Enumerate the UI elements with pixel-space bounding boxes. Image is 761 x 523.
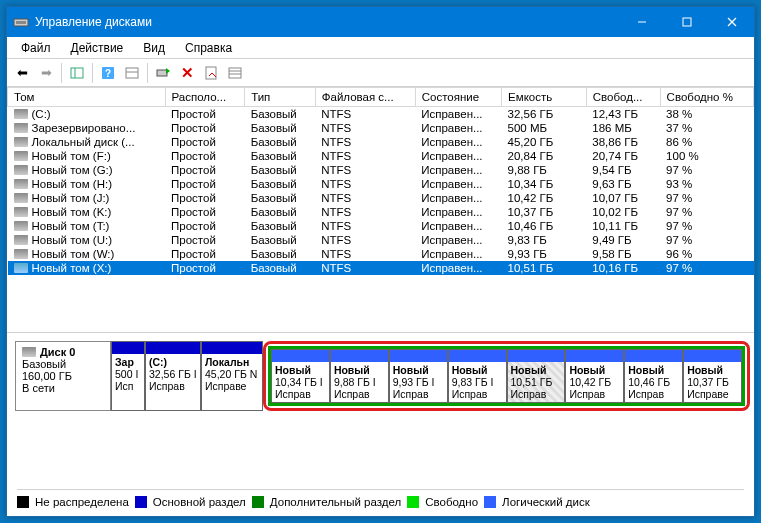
volume-row[interactable]: Новый том (T:)ПростойБазовыйNTFSИсправен… [8, 219, 754, 233]
swatch-extended [252, 496, 264, 508]
volume-icon [14, 207, 28, 217]
volume-icon [14, 165, 28, 175]
svg-rect-12 [157, 70, 167, 76]
volume-icon [14, 249, 28, 259]
volume-icon [14, 109, 28, 119]
partition-primary[interactable]: Локальн45,20 ГБ NИсправе [201, 341, 263, 411]
back-button[interactable]: ⬅ [11, 62, 33, 84]
disk-info[interactable]: Диск 0 Базовый 160,00 ГБ В сети [15, 341, 111, 411]
separator [92, 63, 93, 83]
minimize-button[interactable] [619, 7, 664, 37]
extended-partition: Новый10,34 ГБ IИсправНовый9,88 ГБ IИспра… [268, 346, 745, 406]
disk-name: Диск 0 [40, 346, 75, 358]
delete-button[interactable]: ✕ [176, 62, 198, 84]
svg-rect-3 [683, 18, 691, 26]
volume-row[interactable]: Новый том (G:)ПростойБазовыйNTFSИсправен… [8, 163, 754, 177]
volume-row[interactable]: Новый том (H:)ПростойБазовыйNTFSИсправен… [8, 177, 754, 191]
show-hide-button[interactable] [66, 62, 88, 84]
partition-logical[interactable]: Новый10,51 ГБИсправ [507, 349, 566, 403]
view-settings-button[interactable] [121, 62, 143, 84]
volume-list[interactable]: ТомРасполо...ТипФайловая с...СостояниеЕм… [7, 87, 754, 333]
separator [147, 63, 148, 83]
volume-icon [14, 137, 28, 147]
column-header[interactable]: Тип [245, 88, 316, 107]
legend-primary: Основной раздел [153, 496, 246, 508]
legend-extended: Дополнительный раздел [270, 496, 401, 508]
column-header[interactable]: Свободно % [660, 88, 753, 107]
volume-row[interactable]: Новый том (W:)ПростойБазовыйNTFSИсправен… [8, 247, 754, 261]
svg-rect-10 [126, 68, 138, 78]
titlebar[interactable]: Управление дисками [7, 7, 754, 37]
menubar: Файл Действие Вид Справка [7, 37, 754, 59]
partition-logical[interactable]: Новый9,83 ГБ IИсправ [448, 349, 507, 403]
swatch-free [407, 496, 419, 508]
svg-rect-6 [71, 68, 83, 78]
menu-view[interactable]: Вид [133, 39, 175, 57]
help-button[interactable]: ? [97, 62, 119, 84]
partition-logical[interactable]: Новый9,93 ГБ IИсправ [389, 349, 448, 403]
separator [61, 63, 62, 83]
column-header[interactable]: Файловая с... [315, 88, 415, 107]
volume-icon [14, 179, 28, 189]
disk-type: Базовый [22, 358, 104, 370]
toolbar: ⬅ ➡ ? ✕ [7, 59, 754, 87]
volume-icon [14, 235, 28, 245]
partition-logical[interactable]: Новый10,46 ГБИсправ [624, 349, 683, 403]
svg-text:?: ? [105, 68, 111, 79]
volume-row[interactable]: Новый том (X:)ПростойБазовыйNTFSИсправен… [8, 261, 754, 275]
swatch-primary [135, 496, 147, 508]
legend-unallocated: Не распределена [35, 496, 129, 508]
forward-button[interactable]: ➡ [35, 62, 57, 84]
highlighted-logical-group: Новый10,34 ГБ IИсправНовый9,88 ГБ IИспра… [263, 341, 750, 411]
refresh-button[interactable] [152, 62, 174, 84]
disk-icon [22, 347, 36, 357]
column-header[interactable]: Емкость [502, 88, 587, 107]
menu-action[interactable]: Действие [61, 39, 134, 57]
partition-logical[interactable]: Новый10,37 ГБИсправе [683, 349, 742, 403]
app-icon [13, 14, 29, 30]
volume-icon [14, 263, 28, 273]
volume-icon [14, 151, 28, 161]
volume-row[interactable]: Новый том (F:)ПростойБазовыйNTFSИсправен… [8, 149, 754, 163]
disk-status: В сети [22, 382, 104, 394]
volume-row[interactable]: Локальный диск (...ПростойБазовыйNTFSИсп… [8, 135, 754, 149]
partition-logical[interactable]: Новый10,34 ГБ IИсправ [271, 349, 330, 403]
volume-icon [14, 193, 28, 203]
content-area: ТомРасполо...ТипФайловая с...СостояниеЕм… [7, 87, 754, 516]
column-header[interactable]: Располо... [165, 88, 245, 107]
column-header[interactable]: Состояние [415, 88, 501, 107]
close-button[interactable] [709, 7, 754, 37]
disk-size: 160,00 ГБ [22, 370, 104, 382]
window-title: Управление дисками [35, 15, 619, 29]
maximize-button[interactable] [664, 7, 709, 37]
volume-row[interactable]: Зарезервировано...ПростойБазовыйNTFSИспр… [8, 121, 754, 135]
partition-logical[interactable]: Новый10,42 ГБИсправ [565, 349, 624, 403]
menu-file[interactable]: Файл [11, 39, 61, 57]
partition-primary[interactable]: Зар500 IИсп [111, 341, 145, 411]
svg-rect-14 [229, 68, 241, 78]
column-header[interactable]: Том [8, 88, 166, 107]
legend-logical: Логический диск [502, 496, 590, 508]
properties-button[interactable] [200, 62, 222, 84]
partition-primary[interactable]: (C:)32,56 ГБ IИсправ [145, 341, 201, 411]
volume-row[interactable]: Новый том (K:)ПростойБазовыйNTFSИсправен… [8, 205, 754, 219]
volume-row[interactable]: Новый том (J:)ПростойБазовыйNTFSИсправен… [8, 191, 754, 205]
volume-row[interactable]: (C:)ПростойБазовыйNTFSИсправен...32,56 Г… [8, 107, 754, 122]
svg-rect-13 [206, 67, 216, 79]
menu-help[interactable]: Справка [175, 39, 242, 57]
swatch-unallocated [17, 496, 29, 508]
disk-management-window: Управление дисками Файл Действие Вид Спр… [6, 6, 755, 517]
volume-icon [14, 123, 28, 133]
volume-icon [14, 221, 28, 231]
volume-row[interactable]: Новый том (U:)ПростойБазовыйNTFSИсправен… [8, 233, 754, 247]
legend-free: Свободно [425, 496, 478, 508]
column-header[interactable]: Свобод... [586, 88, 660, 107]
partition-logical[interactable]: Новый9,88 ГБ IИсправ [330, 349, 389, 403]
svg-rect-1 [16, 21, 26, 24]
swatch-logical [484, 496, 496, 508]
legend: Не распределена Основной раздел Дополнит… [17, 489, 744, 508]
list-button[interactable] [224, 62, 246, 84]
